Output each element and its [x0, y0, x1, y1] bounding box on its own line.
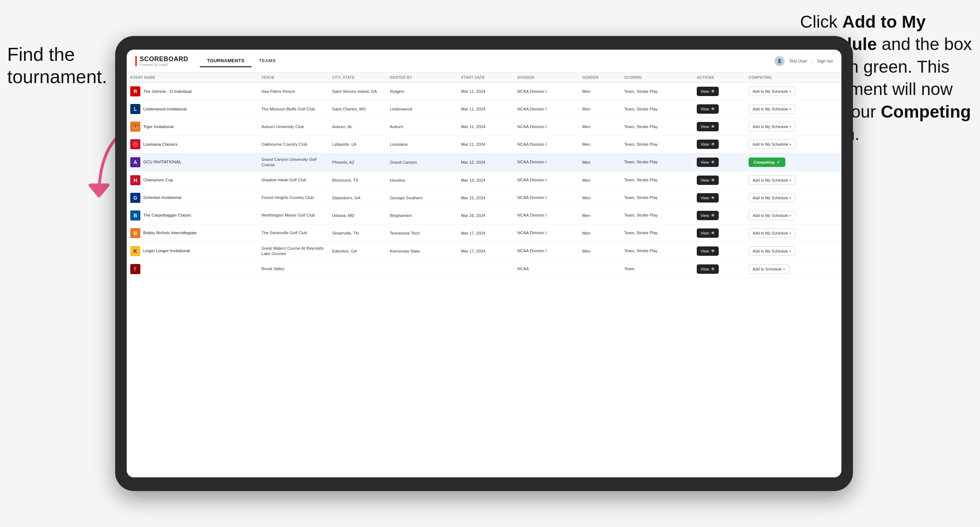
event-name-text: Tiger Invitational: [143, 124, 173, 130]
add-to-schedule-button[interactable]: Add to My Schedule +: [749, 211, 795, 220]
division-cell: NCAA Division I: [514, 153, 578, 171]
hosted-by-cell: Binghamton: [386, 206, 457, 224]
logo-bar: [135, 56, 137, 66]
team-logo: H: [130, 175, 140, 185]
scoring-cell: Team, Stroke Play: [620, 189, 693, 206]
start-date-cell: Mar 11, 2024: [457, 136, 514, 153]
competing-cell: Competing ✓: [745, 153, 842, 171]
event-name-text: Champions Cup: [143, 177, 173, 183]
event-name-cell-4: 🔴 Louisiana Classics: [127, 136, 258, 153]
eye-icon: 👁: [711, 230, 715, 236]
add-to-schedule-button[interactable]: Add to My Schedule +: [749, 87, 795, 96]
venue-cell: Great Waters Course At Reynolds Lake Oco…: [258, 242, 328, 260]
competing-cell: Add to My Schedule +: [745, 118, 842, 136]
user-name: Test User: [789, 59, 807, 63]
start-date-cell: Mar 17, 2024: [457, 224, 514, 242]
table-row: A GCU INVITATIONAL Grand Canyon Universi…: [127, 153, 842, 171]
col-hosted-by: HOSTED BY: [386, 73, 457, 83]
hosted-by-cell: Louisiana: [386, 136, 457, 153]
venue-cell: Auburn University Club: [258, 118, 328, 136]
venue-cell: Oakbourne Country Club: [258, 136, 328, 153]
hosted-by-cell: Tennessee Tech: [386, 224, 457, 242]
event-name-text: Louisiana Classics: [143, 142, 177, 147]
view-button[interactable]: View 👁: [697, 122, 719, 131]
add-to-schedule-button[interactable]: Add to Schedule +: [749, 264, 789, 274]
city-cell: Saint Charles, MO: [329, 100, 387, 118]
add-to-schedule-button[interactable]: Add to My Schedule +: [749, 176, 795, 185]
add-to-schedule-button[interactable]: Add to My Schedule +: [749, 229, 795, 238]
team-logo: 🐯: [130, 122, 140, 132]
eye-icon: 👁: [711, 249, 715, 254]
add-to-schedule-button[interactable]: Add to My Schedule +: [749, 122, 795, 131]
col-event-name: EVENT NAME: [127, 73, 258, 83]
view-button[interactable]: View 👁: [697, 229, 719, 238]
venue-cell: Worthington Manor Golf Club: [258, 206, 328, 224]
venue-cell: Shadow Hawk Golf Club: [258, 171, 328, 189]
event-name-cell-10: K Linger Longer Invitational: [127, 242, 258, 260]
eye-icon: 👁: [711, 106, 715, 111]
app-header: SCOREBOARD Powered by clippd TOURNAMENTS…: [127, 50, 842, 73]
scoring-cell: Team, Stroke Play: [620, 171, 693, 189]
table-row: R The Johnnie - O Individual Sea Palms R…: [127, 83, 842, 100]
table-row: B The Carpetbagger Classic Worthington M…: [127, 206, 842, 224]
logo-text-area: SCOREBOARD Powered by clippd: [140, 56, 188, 67]
team-logo: B: [130, 210, 140, 221]
actions-cell: View 👁: [693, 224, 745, 242]
start-date-cell: Mar 11, 2024: [457, 100, 514, 118]
scoring-cell: Team, Stroke Play: [620, 136, 693, 153]
event-name-cell-7: G Schenkel Invitational: [127, 189, 258, 206]
col-venue: VENUE: [258, 73, 328, 83]
start-date-cell: Mar 11, 2024: [457, 83, 514, 100]
hosted-by-cell: Lindenwood: [386, 100, 457, 118]
add-to-schedule-button[interactable]: Add to My Schedule +: [749, 193, 795, 203]
add-to-schedule-button[interactable]: Add to My Schedule +: [749, 140, 795, 149]
team-logo: 🔴: [130, 139, 140, 149]
venue-cell: Sea Palms Resort: [258, 83, 328, 100]
event-name-cell-9: B Bobby Nichols Intercollegiate: [127, 224, 258, 242]
view-button[interactable]: View 👁: [697, 264, 719, 274]
eye-icon: 👁: [711, 195, 715, 200]
table-row: L Lindenwood Invitational The Missouri B…: [127, 100, 842, 118]
start-date-cell: [457, 260, 514, 278]
add-to-schedule-button[interactable]: Add to My Schedule +: [749, 104, 795, 114]
view-button[interactable]: View 👁: [697, 246, 719, 256]
actions-cell: View 👁: [693, 189, 745, 206]
eye-icon: 👁: [711, 142, 715, 147]
tab-teams[interactable]: TEAMS: [251, 55, 283, 67]
view-button[interactable]: View 👁: [697, 140, 719, 149]
table-row: 🐯 Tiger Invitational Auburn University C…: [127, 118, 842, 136]
competing-button[interactable]: Competing ✓: [749, 157, 785, 167]
team-logo: G: [130, 193, 140, 203]
view-button[interactable]: View 👁: [697, 193, 719, 203]
col-competing: COMPETING: [745, 73, 842, 83]
event-name-text: Lindenwood Invitational: [143, 106, 186, 112]
tournaments-table-container: EVENT NAME VENUE CITY, STATE HOSTED BY S…: [127, 73, 842, 477]
tab-tournaments[interactable]: TOURNAMENTS: [200, 55, 251, 67]
event-name-text: Schenkel Invitational: [143, 195, 181, 200]
scoring-cell: Team, Stroke Play: [620, 100, 693, 118]
hosted-by-cell: Auburn: [386, 118, 457, 136]
add-to-schedule-button[interactable]: Add to My Schedule +: [749, 246, 795, 256]
gender-cell: Men: [579, 100, 620, 118]
annotation-left: Find the tournament.: [7, 43, 108, 88]
team-logo: K: [130, 246, 140, 256]
hosted-by-cell: Rutgers: [386, 83, 457, 100]
event-name-cell-5: A GCU INVITATIONAL: [127, 153, 258, 171]
sign-out-link[interactable]: Sign out: [817, 59, 833, 63]
view-button[interactable]: View 👁: [697, 157, 719, 167]
scoring-cell: Team, Stroke Play: [620, 224, 693, 242]
city-cell: Auburn, AL: [329, 118, 387, 136]
hosted-by-cell: Houston: [386, 171, 457, 189]
logo-title: SCOREBOARD: [140, 56, 188, 63]
actions-cell: View 👁: [693, 171, 745, 189]
division-cell: NCAA Division I: [514, 83, 578, 100]
team-logo: L: [130, 104, 140, 114]
scoring-cell: Team,: [620, 260, 693, 278]
event-name-cell-1: R The Johnnie - O Individual: [127, 83, 258, 100]
view-button[interactable]: View 👁: [697, 104, 719, 114]
division-cell: NCAA Division I: [514, 171, 578, 189]
view-button[interactable]: View 👁: [697, 87, 719, 96]
view-button[interactable]: View 👁: [697, 211, 719, 220]
view-button[interactable]: View 👁: [697, 176, 719, 185]
table-row: H Champions Cup Shadow Hawk Golf ClubRic…: [127, 171, 842, 189]
